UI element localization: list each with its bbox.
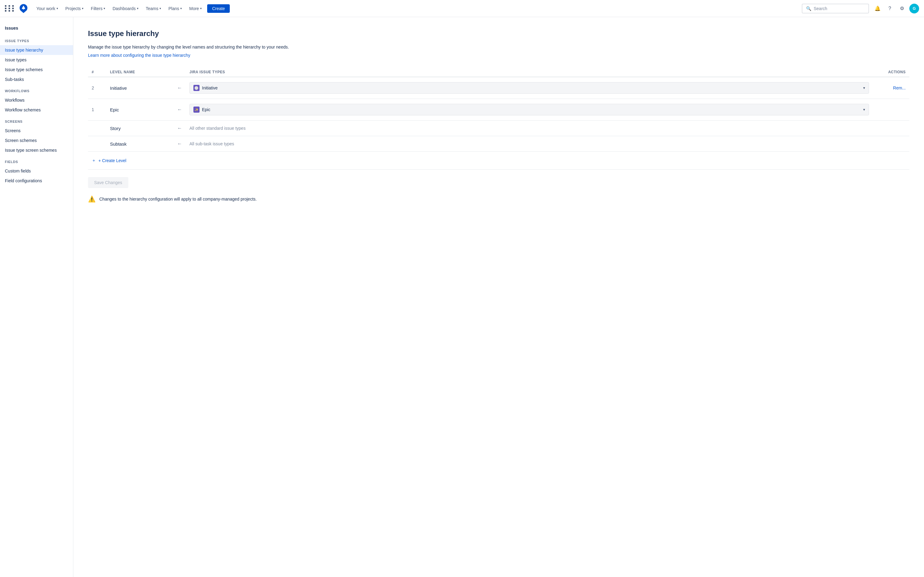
- chevron-down-icon: ▾: [82, 7, 83, 10]
- row-arrow: ←: [174, 99, 186, 121]
- layout: Issues ISSUE TYPESIssue type hierarchyIs…: [0, 17, 924, 577]
- sidebar-item[interactable]: Issue type screen schemes: [0, 145, 73, 155]
- row-num: 1: [88, 99, 106, 121]
- sidebar: Issues ISSUE TYPESIssue type hierarchyIs…: [0, 17, 73, 577]
- main-content: Issue type hierarchy Manage the issue ty…: [73, 17, 924, 577]
- warning-box: ⚠️ Changes to the hierarchy configuratio…: [88, 195, 909, 203]
- sidebar-section-title: FIELDS: [0, 155, 73, 166]
- issue-type-label: Epic: [202, 107, 210, 112]
- learn-more-link[interactable]: Learn more about configuring the issue t…: [88, 53, 191, 58]
- remove-link[interactable]: Rem...: [893, 85, 906, 90]
- row-actions: Rem...: [873, 77, 909, 99]
- nav-filters[interactable]: Filters ▾: [88, 4, 108, 13]
- nav-plans[interactable]: Plans ▾: [165, 4, 185, 13]
- save-changes-button[interactable]: Save Changes: [88, 177, 128, 188]
- col-header-issue-types: Jira Issue Types: [186, 68, 873, 77]
- row-arrow: ←: [174, 77, 186, 99]
- row-level-name: Initiative: [106, 77, 174, 99]
- row-issue-types[interactable]: ⚪Initiative▾: [186, 77, 873, 99]
- chevron-down-icon: ▾: [200, 7, 202, 10]
- row-issue-types: All other standard issue types: [186, 121, 873, 136]
- page-description: Manage the issue type hierarchy by chang…: [88, 44, 909, 50]
- sidebar-section-title: SCREENS: [0, 115, 73, 126]
- hierarchy-table: # Level Name Jira Issue Types Actions 2I…: [88, 68, 909, 152]
- chevron-down-icon: ▾: [57, 7, 58, 10]
- sidebar-item[interactable]: Issue type schemes: [0, 65, 73, 74]
- settings-button[interactable]: ⚙: [897, 4, 907, 13]
- table-row: 1Epic←✨Epic▾: [88, 99, 909, 121]
- sidebar-item[interactable]: Issue types: [0, 55, 73, 65]
- create-level-button[interactable]: ＋ + Create Level: [88, 152, 909, 170]
- sidebar-top-issues[interactable]: Issues: [0, 22, 73, 34]
- col-header-actions: Actions: [873, 68, 909, 77]
- nav-dashboards[interactable]: Dashboards ▾: [109, 4, 142, 13]
- chevron-down-icon: ▾: [137, 7, 139, 10]
- col-header-arrow: [174, 68, 186, 77]
- sidebar-item[interactable]: Issue type hierarchy: [0, 45, 73, 55]
- sidebar-item[interactable]: Screen schemes: [0, 135, 73, 145]
- table-row: 2Initiative←⚪Initiative▾Rem...: [88, 77, 909, 99]
- sidebar-item[interactable]: Custom fields: [0, 166, 73, 176]
- row-issue-types[interactable]: ✨Epic▾: [186, 99, 873, 121]
- row-actions: [873, 136, 909, 152]
- table-row: Subtask←All sub-task issue types: [88, 136, 909, 152]
- jira-logo[interactable]: [19, 4, 28, 13]
- nav-projects[interactable]: Projects ▾: [62, 4, 87, 13]
- issue-type-muted-label: All other standard issue types: [189, 126, 246, 131]
- issue-type-dropdown[interactable]: ✨Epic▾: [189, 104, 869, 115]
- chevron-down-icon: ▾: [180, 7, 182, 10]
- row-level-name: Subtask: [106, 136, 174, 152]
- chevron-down-icon: ▾: [103, 7, 105, 10]
- page-title: Issue type hierarchy: [88, 29, 909, 38]
- row-actions: [873, 121, 909, 136]
- row-num: 2: [88, 77, 106, 99]
- topnav: Your work ▾ Projects ▾ Filters ▾ Dashboa…: [0, 0, 924, 17]
- issue-type-muted-label: All sub-task issue types: [189, 141, 234, 146]
- row-actions: [873, 99, 909, 121]
- table-row: Story←All other standard issue types: [88, 121, 909, 136]
- row-num: [88, 136, 106, 152]
- avatar[interactable]: G: [909, 4, 919, 13]
- epic-icon: ✨: [194, 106, 200, 113]
- help-button[interactable]: ?: [885, 4, 895, 13]
- notifications-button[interactable]: 🔔: [873, 4, 882, 13]
- col-header-name: Level Name: [106, 68, 174, 77]
- row-level-name: Epic: [106, 99, 174, 121]
- nav-more[interactable]: More ▾: [186, 4, 205, 13]
- warning-icon: ⚠️: [88, 195, 95, 203]
- nav-your-work[interactable]: Your work ▾: [33, 4, 61, 13]
- search-box[interactable]: 🔍 Search: [802, 4, 869, 13]
- sidebar-item[interactable]: Workflow schemes: [0, 105, 73, 115]
- warning-text: Changes to the hierarchy configuration w…: [99, 197, 257, 201]
- issue-type-label: Initiative: [202, 85, 218, 90]
- create-button[interactable]: Create: [207, 4, 230, 13]
- sidebar-item[interactable]: Field configurations: [0, 176, 73, 185]
- nav-teams[interactable]: Teams ▾: [143, 4, 164, 13]
- nav-icons: 🔔 ? ⚙ G: [873, 4, 919, 13]
- sidebar-section-title: WORKFLOWS: [0, 84, 73, 95]
- chevron-down-icon: ▾: [863, 108, 865, 112]
- sidebar-section-title: ISSUE TYPES: [0, 34, 73, 45]
- sidebar-item[interactable]: Workflows: [0, 95, 73, 105]
- search-icon: 🔍: [806, 6, 811, 11]
- col-header-num: #: [88, 68, 106, 77]
- initiative-icon: ⚪: [194, 85, 200, 91]
- issue-type-dropdown[interactable]: ⚪Initiative▾: [189, 82, 869, 94]
- row-level-name: Story: [106, 121, 174, 136]
- plus-icon: ＋: [92, 158, 96, 163]
- row-arrow: ←: [174, 136, 186, 152]
- row-arrow: ←: [174, 121, 186, 136]
- sidebar-item[interactable]: Screens: [0, 126, 73, 135]
- sidebar-item[interactable]: Sub-tasks: [0, 74, 73, 84]
- chevron-down-icon: ▾: [863, 86, 865, 90]
- app-grid-icon[interactable]: [5, 5, 15, 11]
- row-issue-types: All sub-task issue types: [186, 136, 873, 152]
- row-num: [88, 121, 106, 136]
- chevron-down-icon: ▾: [160, 7, 161, 10]
